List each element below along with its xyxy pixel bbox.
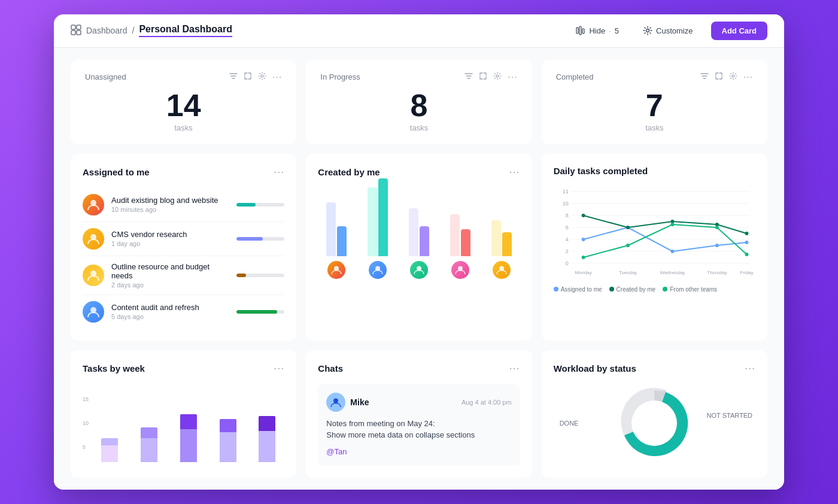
assigned-more-icon[interactable]: ··· (274, 166, 284, 178)
expand-icon-1[interactable] (244, 72, 252, 82)
more-icon-3[interactable]: ··· (743, 72, 753, 83)
donut-label-not-started: NOT STARTED (707, 412, 752, 419)
stat-card-inprogress: In Progress ··· 8 (306, 60, 532, 144)
bar-visual-3 (409, 178, 429, 256)
breadcrumb-current: Personal Dashboard (139, 24, 232, 37)
svg-text:Friday: Friday (740, 270, 753, 275)
breadcrumb-home[interactable]: Dashboard (86, 26, 127, 35)
stat-number-unassigned: 14 (85, 90, 282, 121)
more-icon-1[interactable]: ··· (272, 72, 282, 83)
bar-5b (502, 232, 512, 256)
filter-icon-3[interactable] (700, 72, 709, 82)
weekly-bars (92, 396, 284, 462)
tasks-by-week-card: Tasks by week ··· 15 10 5 (71, 350, 296, 478)
bar-avatar-1 (327, 261, 345, 279)
workload-title: Workload by status (554, 363, 636, 374)
hide-button[interactable]: Hide · 5 (570, 22, 625, 39)
svg-text:0: 0 (565, 260, 568, 266)
settings-icon-1[interactable] (258, 72, 266, 82)
svg-point-34 (581, 238, 585, 241)
svg-rect-6 (582, 29, 584, 34)
svg-point-54 (333, 398, 338, 403)
workload-card: Workload by status ··· DONE (542, 350, 767, 478)
weekly-bar-top-5 (259, 416, 275, 431)
workload-card-header: Workload by status ··· (554, 362, 755, 375)
gear-icon (643, 26, 652, 35)
settings-icon-2[interactable] (493, 72, 502, 82)
line-chart-svg: 11 10 8 6 4 2 0 (554, 186, 755, 281)
bar-visual-2 (368, 178, 388, 256)
stat-card-header-3: Completed ··· (556, 72, 753, 83)
bar-5a (491, 220, 501, 256)
stat-label-inprogress: In Progress (320, 72, 360, 81)
stat-card-actions-3: ··· (700, 72, 753, 83)
task-progress-4 (236, 310, 284, 314)
weekly-bar-stack-3 (171, 408, 206, 462)
task-progress-1 (236, 203, 284, 207)
hide-count: 5 (615, 26, 619, 35)
customize-button[interactable]: Customize (637, 22, 699, 39)
hide-icon (576, 26, 585, 35)
svg-point-37 (715, 244, 719, 247)
more-icon-2[interactable]: ··· (508, 72, 517, 83)
filter-icon-1[interactable] (229, 72, 238, 82)
weekly-bar-bot-1 (101, 445, 118, 462)
workload-more-icon[interactable]: ··· (745, 362, 755, 375)
stat-unit-completed: tasks (556, 123, 753, 132)
weekly-chart-area: 15 10 5 (83, 384, 284, 462)
stat-number-inprogress: 8 (320, 90, 517, 121)
legend-created: Created by me (609, 286, 656, 293)
progress-fill-2 (236, 237, 263, 241)
task-avatar-3 (83, 265, 104, 286)
progress-fill-4 (236, 310, 277, 314)
bar-4a (450, 214, 460, 256)
chat-line2: Show more meta data on collapse sections (326, 429, 511, 441)
bottom-row: Tasks by week ··· 15 10 5 (71, 350, 767, 478)
svg-point-46 (670, 223, 674, 226)
customize-label: Customize (656, 26, 693, 35)
task-avatar-2 (83, 228, 104, 250)
task-progress-2 (236, 237, 284, 241)
chat-mention[interactable]: @Tan (326, 447, 347, 456)
svg-point-40 (626, 226, 630, 229)
task-time-3: 2 days ago (111, 281, 229, 289)
bar-3a (409, 208, 418, 256)
bar-visual-5 (491, 178, 512, 256)
svg-point-9 (496, 75, 499, 77)
weekly-more-icon[interactable]: ··· (274, 362, 284, 375)
bar-avatar-5 (493, 261, 511, 279)
chat-mention-container: @Tan (326, 446, 511, 458)
stat-card-header-2: In Progress ··· (320, 72, 517, 83)
daily-title: Daily tasks completed (554, 166, 648, 176)
svg-text:10: 10 (563, 201, 569, 207)
chart-legend: Assigned to me Created by me From other … (554, 286, 755, 293)
weekly-bar-col-5 (250, 408, 284, 462)
legend-dot-assigned (554, 287, 558, 292)
stat-unit-unassigned: tasks (85, 123, 282, 132)
stat-number-completed: 7 (556, 90, 753, 121)
daily-card-header: Daily tasks completed (554, 166, 755, 176)
y-label-15: 15 (83, 396, 89, 402)
svg-rect-0 (71, 25, 75, 29)
weekly-bar-stack-1 (92, 408, 127, 462)
weekly-bar-top-1 (101, 438, 118, 445)
expand-icon-3[interactable] (715, 72, 723, 82)
bar-3b (420, 226, 429, 256)
svg-point-43 (745, 232, 748, 235)
bar-group-5 (484, 178, 520, 279)
created-more-icon[interactable]: ··· (509, 166, 520, 178)
settings-icon-3[interactable] (729, 72, 737, 82)
expand-icon-2[interactable] (479, 72, 487, 82)
task-item: Audit existing blog and website 10 minut… (83, 188, 284, 222)
chats-more-icon[interactable]: ··· (509, 362, 520, 375)
add-card-button[interactable]: Add Card (711, 22, 768, 40)
legend-label-teams: From other teams (670, 286, 717, 293)
stats-row: Unassigned ··· 14 (71, 60, 767, 144)
svg-point-7 (646, 29, 649, 32)
weekly-bar-bot-5 (259, 431, 275, 462)
bar-1b (337, 226, 347, 256)
donut-chart-svg (612, 381, 696, 465)
bar-group-3 (400, 178, 437, 279)
filter-icon-2[interactable] (464, 72, 473, 82)
weekly-bar-stack-5 (250, 408, 284, 462)
